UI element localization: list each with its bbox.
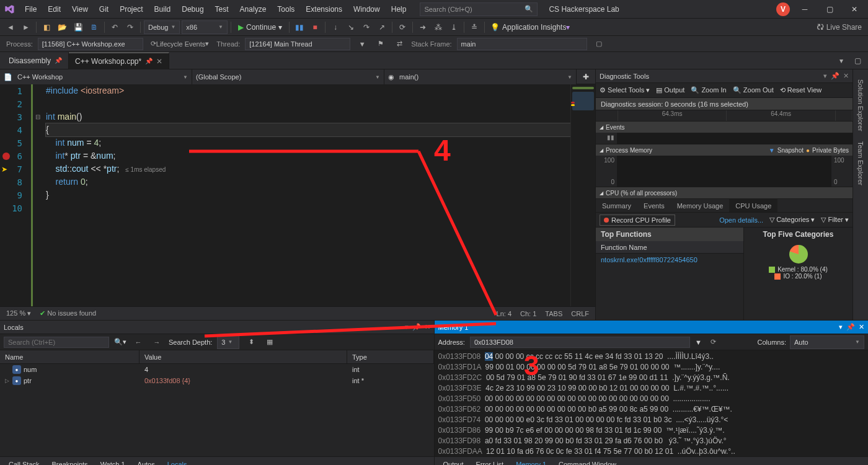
search-box[interactable]: Search (Ctrl+Q) 🔍 xyxy=(420,2,538,16)
pin-icon[interactable]: 📌 xyxy=(412,323,421,331)
hot-reload-button[interactable]: ⤓ xyxy=(447,20,461,34)
pin-icon[interactable]: 📌 xyxy=(831,72,839,80)
tab-disassembly[interactable]: Disassembly📌 xyxy=(2,52,69,69)
step-into-button[interactable]: ↘ xyxy=(344,20,358,34)
restart-button[interactable]: ⟳ xyxy=(396,20,409,34)
tab-locals[interactable]: Locals xyxy=(162,459,192,466)
show-threads-button[interactable]: ➜ xyxy=(416,20,430,34)
reset-view-button[interactable]: ⟲ Reset View xyxy=(780,86,822,94)
code-editor[interactable]: 123 4 5 6 ➤7 8910 ⊟ #include <iostream> … xyxy=(0,84,595,306)
diag-tab-memory[interactable]: Memory Usage xyxy=(671,199,730,212)
close-button[interactable]: ✕ xyxy=(844,2,864,17)
tool-button[interactable]: ⁂ xyxy=(432,20,445,34)
user-avatar[interactable]: V xyxy=(776,2,790,16)
save-button[interactable]: 💾 xyxy=(71,20,86,34)
diag-tab-summary[interactable]: Summary xyxy=(596,199,637,212)
menu-extensions[interactable]: Extensions xyxy=(301,2,347,16)
stack-combo[interactable]: main xyxy=(457,38,587,50)
tab-output[interactable]: Output xyxy=(438,459,469,466)
tab-overflow-button[interactable]: ▾ xyxy=(835,54,848,68)
new-button[interactable]: ◧ xyxy=(40,20,53,34)
close-icon[interactable]: ✕ xyxy=(425,323,430,331)
dropdown-icon[interactable]: ▾ xyxy=(405,323,409,331)
locals-search-input[interactable] xyxy=(4,337,109,348)
nav-prev-button[interactable]: ← xyxy=(131,335,145,349)
select-tools-button[interactable]: ⚙ Select Tools ▾ xyxy=(600,86,650,94)
menu-test[interactable]: Test xyxy=(210,2,234,16)
tool-button-2[interactable]: ▦ xyxy=(263,335,277,349)
locals-row-ptr[interactable]: ▷●ptr 0x0133fd08 {4} int * xyxy=(0,375,434,386)
char-indicator[interactable]: Ch: 1 xyxy=(520,310,536,317)
open-details-link[interactable]: Open details... xyxy=(719,216,763,224)
tab-memory[interactable]: Memory 1 xyxy=(511,459,551,466)
tab-window-button[interactable]: ▢ xyxy=(851,54,864,68)
toggle-button[interactable]: ⇄ xyxy=(392,37,406,51)
undo-button[interactable]: ↶ xyxy=(108,20,122,34)
nav-back-button[interactable]: ◄ xyxy=(4,20,17,34)
redo-button[interactable]: ↷ xyxy=(123,20,137,34)
menu-file[interactable]: File xyxy=(20,2,42,16)
nav-next-button[interactable]: → xyxy=(150,335,164,349)
save-all-button[interactable]: 🗎 xyxy=(87,20,101,34)
tab-autos[interactable]: Autos xyxy=(133,459,160,466)
locals-row-num[interactable]: ●num 4 int xyxy=(0,364,434,375)
tab-breakpoints[interactable]: Breakpoints xyxy=(47,459,93,466)
pin-icon[interactable]: 📌 xyxy=(55,57,62,64)
pin-icon[interactable]: 📌 xyxy=(846,323,855,331)
expand-icon[interactable]: ▷ xyxy=(5,378,12,384)
col-type[interactable]: Type xyxy=(347,350,434,363)
crlf-indicator[interactable]: CRLF xyxy=(571,310,589,317)
thread-combo[interactable]: [12164] Main Thread xyxy=(245,38,350,50)
tab-workshop[interactable]: C++ Workshop.cpp*📌✕ xyxy=(69,52,169,69)
zoom-out-button[interactable]: 🔍 Zoom Out xyxy=(733,86,774,94)
solution-explorer-tab[interactable]: Solution Explorer xyxy=(855,74,866,136)
memory-section-header[interactable]: ◢Process Memory ▼Snapshot ●Private Bytes xyxy=(596,144,852,156)
menu-analyze[interactable]: Analyze xyxy=(235,2,272,16)
app-insights-button[interactable]: 💡 Application Insights ▾ xyxy=(488,20,572,34)
output-button[interactable]: ▤ Output xyxy=(656,86,684,94)
show-next-stmt-button[interactable]: ↓ xyxy=(329,20,342,34)
code-content[interactable]: #include <iostream> int main() { int num… xyxy=(42,84,570,306)
tab-call-stack[interactable]: Call Stack xyxy=(4,459,45,466)
menu-build[interactable]: Build xyxy=(149,2,176,16)
close-icon[interactable]: ✕ xyxy=(859,323,864,331)
nav-project-combo[interactable]: 📄 C++ Workshop▼ xyxy=(0,69,192,84)
stop-button[interactable]: ■ xyxy=(308,20,322,34)
memory-hex-view[interactable]: 0x0133FD08 04 00 00 00 cc cc cc cc 55 11… xyxy=(435,350,869,456)
issues-status[interactable]: ✔ No issues found xyxy=(40,309,96,317)
nav-fwd-button[interactable]: ► xyxy=(19,20,33,34)
continue-button[interactable]: ▶Continue▾ xyxy=(234,20,286,34)
diag-tab-events[interactable]: Events xyxy=(637,199,671,212)
live-share-button[interactable]: 🗘 Live Share xyxy=(814,20,864,34)
menu-help[interactable]: Help xyxy=(386,2,412,16)
tool-button[interactable]: ⬍ xyxy=(244,335,258,349)
menu-edit[interactable]: Edit xyxy=(43,2,66,16)
platform-combo[interactable]: x86▼ xyxy=(182,20,228,34)
events-section-header[interactable]: ◢Events xyxy=(596,122,852,133)
tab-watch[interactable]: Watch 1 xyxy=(95,459,130,466)
tab-error-list[interactable]: Error List xyxy=(471,459,509,466)
config-combo[interactable]: Debug▼ xyxy=(144,20,180,34)
tabs-indicator[interactable]: TABS xyxy=(545,310,562,317)
cpu-section-header[interactable]: ◢CPU (% of all processors) xyxy=(596,187,852,198)
minimap[interactable] xyxy=(570,84,595,306)
menu-tools[interactable]: Tools xyxy=(272,2,299,16)
flag-button[interactable]: ⚑ xyxy=(374,37,388,51)
maximize-button[interactable]: ▢ xyxy=(820,2,839,17)
depth-combo[interactable]: 3▼ xyxy=(217,335,239,349)
zoom-combo[interactable]: 125 % ▾ xyxy=(6,309,31,317)
close-icon[interactable]: ✕ xyxy=(156,57,162,66)
dropdown-icon[interactable]: ▾ xyxy=(823,72,827,80)
col-value[interactable]: Value xyxy=(140,350,347,363)
step-over-button[interactable]: ↷ xyxy=(360,20,373,34)
filter-button[interactable]: ▽ Filter ▾ xyxy=(821,216,849,224)
nav-func-combo[interactable]: ◉ main()▼ xyxy=(384,69,577,84)
col-name[interactable]: Name xyxy=(0,350,140,363)
open-button[interactable]: 📂 xyxy=(55,20,69,34)
lifecycle-button[interactable]: ⟳ Lifecycle Events ▾ xyxy=(148,37,211,51)
menu-project[interactable]: Project xyxy=(115,2,148,16)
zoom-in-button[interactable]: 🔍 Zoom In xyxy=(691,86,726,94)
tool-button-2[interactable]: ≛ xyxy=(467,20,481,34)
split-button[interactable]: ✚ xyxy=(577,69,595,84)
menu-debug[interactable]: Debug xyxy=(177,2,208,16)
